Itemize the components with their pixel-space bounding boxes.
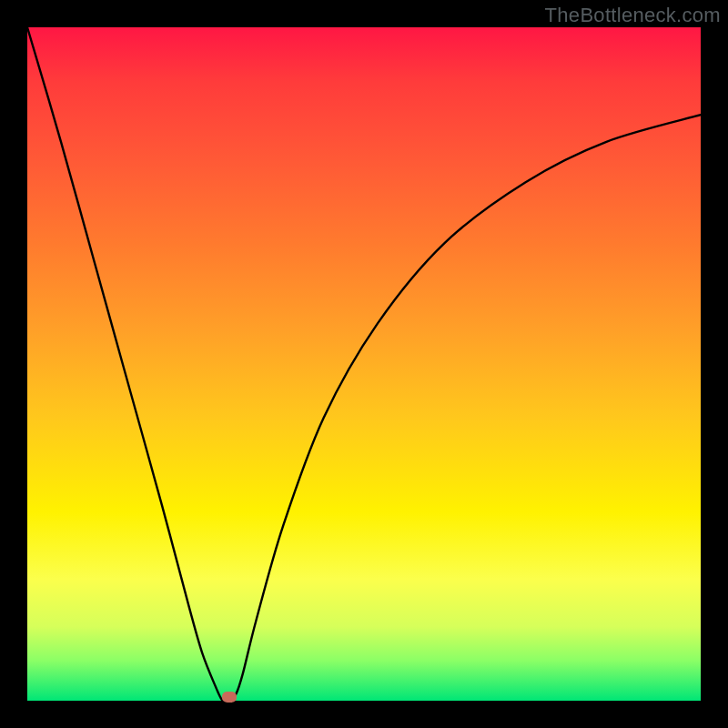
plot-area	[27, 27, 701, 701]
chart-frame: TheBottleneck.com	[0, 0, 728, 728]
curve-svg	[27, 27, 701, 701]
bottleneck-curve	[27, 27, 701, 702]
watermark-text: TheBottleneck.com	[545, 4, 721, 27]
minimum-marker	[222, 692, 237, 703]
